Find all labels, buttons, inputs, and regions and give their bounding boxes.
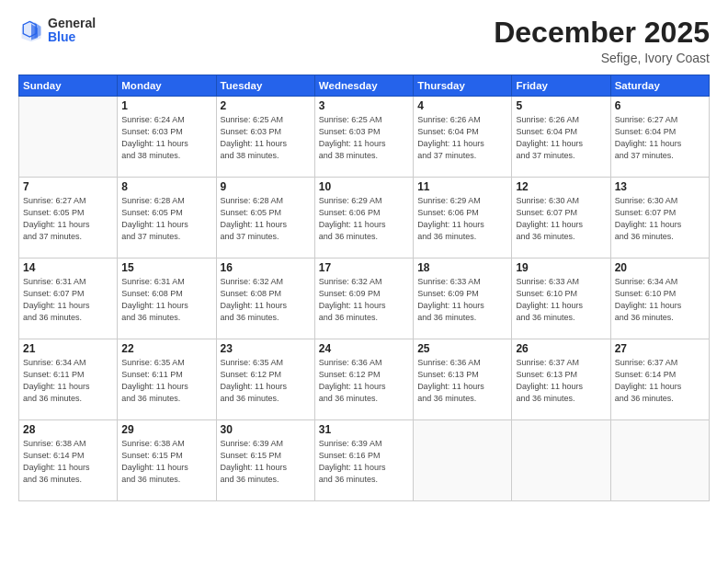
calendar-cell: 5Sunrise: 6:26 AM Sunset: 6:04 PM Daylig… bbox=[512, 97, 610, 178]
calendar-cell: 2Sunrise: 6:25 AM Sunset: 6:03 PM Daylig… bbox=[216, 97, 314, 178]
calendar-cell: 24Sunrise: 6:36 AM Sunset: 6:12 PM Dayli… bbox=[314, 339, 413, 420]
week-row-5: 28Sunrise: 6:38 AM Sunset: 6:14 PM Dayli… bbox=[19, 420, 710, 501]
day-info: Sunrise: 6:26 AM Sunset: 6:04 PM Dayligh… bbox=[516, 114, 606, 162]
calendar-cell: 21Sunrise: 6:34 AM Sunset: 6:11 PM Dayli… bbox=[19, 339, 118, 420]
day-info: Sunrise: 6:30 AM Sunset: 6:07 PM Dayligh… bbox=[615, 195, 705, 243]
calendar-cell bbox=[610, 420, 709, 501]
day-info: Sunrise: 6:26 AM Sunset: 6:04 PM Dayligh… bbox=[417, 114, 507, 162]
week-row-2: 7Sunrise: 6:27 AM Sunset: 6:05 PM Daylig… bbox=[19, 178, 710, 259]
day-number: 11 bbox=[417, 180, 507, 193]
day-info: Sunrise: 6:38 AM Sunset: 6:15 PM Dayligh… bbox=[121, 438, 211, 486]
day-info: Sunrise: 6:39 AM Sunset: 6:16 PM Dayligh… bbox=[319, 438, 409, 486]
logo: General Blue bbox=[18, 17, 96, 45]
weekday-header-friday: Friday bbox=[512, 75, 610, 97]
day-info: Sunrise: 6:28 AM Sunset: 6:05 PM Dayligh… bbox=[121, 195, 211, 243]
week-row-1: 1Sunrise: 6:24 AM Sunset: 6:03 PM Daylig… bbox=[19, 97, 710, 178]
day-info: Sunrise: 6:38 AM Sunset: 6:14 PM Dayligh… bbox=[23, 438, 113, 486]
calendar-cell: 12Sunrise: 6:30 AM Sunset: 6:07 PM Dayli… bbox=[512, 178, 610, 259]
weekday-header-monday: Monday bbox=[118, 75, 216, 97]
calendar-cell: 10Sunrise: 6:29 AM Sunset: 6:06 PM Dayli… bbox=[314, 178, 413, 259]
day-number: 5 bbox=[516, 99, 606, 112]
weekday-header-tuesday: Tuesday bbox=[216, 75, 314, 97]
calendar-cell: 20Sunrise: 6:34 AM Sunset: 6:10 PM Dayli… bbox=[610, 259, 709, 339]
day-number: 7 bbox=[23, 180, 113, 193]
day-number: 8 bbox=[121, 180, 211, 193]
calendar-cell: 11Sunrise: 6:29 AM Sunset: 6:06 PM Dayli… bbox=[414, 178, 512, 259]
calendar-cell bbox=[414, 420, 512, 501]
calendar-cell: 30Sunrise: 6:39 AM Sunset: 6:15 PM Dayli… bbox=[216, 420, 314, 501]
day-info: Sunrise: 6:29 AM Sunset: 6:06 PM Dayligh… bbox=[417, 195, 507, 243]
calendar-cell: 3Sunrise: 6:25 AM Sunset: 6:03 PM Daylig… bbox=[314, 97, 413, 178]
location: Sefige, Ivory Coast bbox=[494, 51, 710, 65]
weekday-header-row: SundayMondayTuesdayWednesdayThursdayFrid… bbox=[19, 75, 710, 97]
calendar-cell: 19Sunrise: 6:33 AM Sunset: 6:10 PM Dayli… bbox=[512, 259, 610, 339]
calendar-cell: 25Sunrise: 6:36 AM Sunset: 6:13 PM Dayli… bbox=[414, 339, 512, 420]
day-info: Sunrise: 6:33 AM Sunset: 6:10 PM Dayligh… bbox=[516, 276, 606, 324]
calendar: SundayMondayTuesdayWednesdayThursdayFrid… bbox=[18, 75, 710, 501]
logo-icon bbox=[18, 17, 44, 43]
day-info: Sunrise: 6:29 AM Sunset: 6:06 PM Dayligh… bbox=[319, 195, 409, 243]
day-number: 13 bbox=[615, 180, 705, 193]
calendar-cell: 22Sunrise: 6:35 AM Sunset: 6:11 PM Dayli… bbox=[118, 339, 216, 420]
day-number: 20 bbox=[615, 261, 705, 274]
day-info: Sunrise: 6:27 AM Sunset: 6:04 PM Dayligh… bbox=[615, 114, 705, 162]
calendar-cell: 14Sunrise: 6:31 AM Sunset: 6:07 PM Dayli… bbox=[19, 259, 118, 339]
day-info: Sunrise: 6:39 AM Sunset: 6:15 PM Dayligh… bbox=[221, 438, 311, 486]
calendar-cell: 28Sunrise: 6:38 AM Sunset: 6:14 PM Dayli… bbox=[19, 420, 118, 501]
day-info: Sunrise: 6:32 AM Sunset: 6:08 PM Dayligh… bbox=[221, 276, 311, 324]
day-number: 21 bbox=[23, 342, 113, 355]
day-info: Sunrise: 6:36 AM Sunset: 6:13 PM Dayligh… bbox=[417, 357, 507, 405]
day-number: 1 bbox=[121, 99, 211, 112]
weekday-header-saturday: Saturday bbox=[610, 75, 709, 97]
day-number: 3 bbox=[319, 99, 409, 112]
day-number: 4 bbox=[417, 99, 507, 112]
calendar-cell bbox=[19, 97, 118, 178]
calendar-cell: 9Sunrise: 6:28 AM Sunset: 6:05 PM Daylig… bbox=[216, 178, 314, 259]
day-number: 10 bbox=[319, 180, 409, 193]
day-number: 27 bbox=[615, 342, 705, 355]
day-number: 29 bbox=[121, 423, 211, 436]
day-info: Sunrise: 6:35 AM Sunset: 6:12 PM Dayligh… bbox=[221, 357, 311, 405]
day-info: Sunrise: 6:27 AM Sunset: 6:05 PM Dayligh… bbox=[23, 195, 113, 243]
calendar-cell: 13Sunrise: 6:30 AM Sunset: 6:07 PM Dayli… bbox=[610, 178, 709, 259]
day-info: Sunrise: 6:33 AM Sunset: 6:09 PM Dayligh… bbox=[417, 276, 507, 324]
day-info: Sunrise: 6:25 AM Sunset: 6:03 PM Dayligh… bbox=[319, 114, 409, 162]
calendar-cell: 4Sunrise: 6:26 AM Sunset: 6:04 PM Daylig… bbox=[414, 97, 512, 178]
day-number: 24 bbox=[319, 342, 409, 355]
day-number: 26 bbox=[516, 342, 606, 355]
week-row-4: 21Sunrise: 6:34 AM Sunset: 6:11 PM Dayli… bbox=[19, 339, 710, 420]
logo-general: General bbox=[48, 16, 96, 30]
day-number: 25 bbox=[417, 342, 507, 355]
calendar-cell: 23Sunrise: 6:35 AM Sunset: 6:12 PM Dayli… bbox=[216, 339, 314, 420]
calendar-cell: 27Sunrise: 6:37 AM Sunset: 6:14 PM Dayli… bbox=[610, 339, 709, 420]
weekday-header-thursday: Thursday bbox=[414, 75, 512, 97]
day-number: 16 bbox=[221, 261, 311, 274]
page: General Blue December 2025 Sefige, Ivory… bbox=[0, 0, 728, 563]
day-number: 12 bbox=[516, 180, 606, 193]
calendar-cell: 17Sunrise: 6:32 AM Sunset: 6:09 PM Dayli… bbox=[314, 259, 413, 339]
day-info: Sunrise: 6:34 AM Sunset: 6:10 PM Dayligh… bbox=[615, 276, 705, 324]
logo-text: General Blue bbox=[48, 17, 96, 45]
calendar-cell: 6Sunrise: 6:27 AM Sunset: 6:04 PM Daylig… bbox=[610, 97, 709, 178]
day-number: 14 bbox=[23, 261, 113, 274]
day-info: Sunrise: 6:37 AM Sunset: 6:13 PM Dayligh… bbox=[516, 357, 606, 405]
day-number: 17 bbox=[319, 261, 409, 274]
day-info: Sunrise: 6:37 AM Sunset: 6:14 PM Dayligh… bbox=[615, 357, 705, 405]
day-number: 9 bbox=[221, 180, 311, 193]
day-number: 2 bbox=[221, 99, 311, 112]
day-number: 15 bbox=[121, 261, 211, 274]
calendar-cell: 31Sunrise: 6:39 AM Sunset: 6:16 PM Dayli… bbox=[314, 420, 413, 501]
day-info: Sunrise: 6:36 AM Sunset: 6:12 PM Dayligh… bbox=[319, 357, 409, 405]
day-info: Sunrise: 6:24 AM Sunset: 6:03 PM Dayligh… bbox=[121, 114, 211, 162]
day-info: Sunrise: 6:35 AM Sunset: 6:11 PM Dayligh… bbox=[121, 357, 211, 405]
day-info: Sunrise: 6:31 AM Sunset: 6:08 PM Dayligh… bbox=[121, 276, 211, 324]
day-number: 22 bbox=[121, 342, 211, 355]
calendar-cell: 7Sunrise: 6:27 AM Sunset: 6:05 PM Daylig… bbox=[19, 178, 118, 259]
weekday-header-wednesday: Wednesday bbox=[314, 75, 413, 97]
calendar-cell: 1Sunrise: 6:24 AM Sunset: 6:03 PM Daylig… bbox=[118, 97, 216, 178]
day-number: 30 bbox=[221, 423, 311, 436]
day-info: Sunrise: 6:28 AM Sunset: 6:05 PM Dayligh… bbox=[221, 195, 311, 243]
week-row-3: 14Sunrise: 6:31 AM Sunset: 6:07 PM Dayli… bbox=[19, 259, 710, 339]
calendar-cell bbox=[512, 420, 610, 501]
calendar-cell: 18Sunrise: 6:33 AM Sunset: 6:09 PM Dayli… bbox=[414, 259, 512, 339]
